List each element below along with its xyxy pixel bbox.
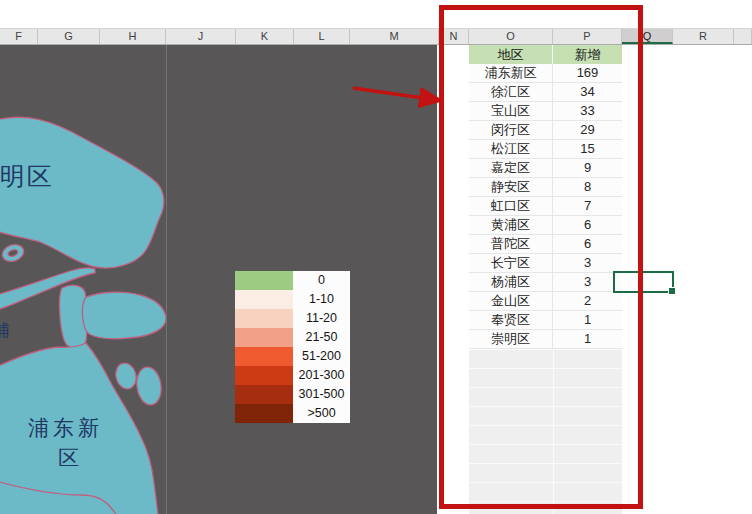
legend-row: 21-50 <box>235 328 350 347</box>
column-header-L[interactable]: L <box>294 29 350 44</box>
column-header-R[interactable]: R <box>673 29 734 44</box>
legend-swatch <box>235 366 293 385</box>
legend-row: 201-300 <box>235 366 350 385</box>
map-island-chongming <box>0 117 164 268</box>
map-legend[interactable]: 01-1011-2021-5051-200201-300301-500>500 <box>235 271 350 423</box>
legend-row: 11-20 <box>235 309 350 328</box>
legend-row: 0 <box>235 271 350 290</box>
column-header-H[interactable]: H <box>100 29 166 44</box>
legend-swatch <box>235 404 293 423</box>
map-slab-region <box>82 292 166 339</box>
legend-swatch <box>235 309 293 328</box>
column-header-blank[interactable] <box>734 29 752 44</box>
map-label-pu: 浦 <box>0 321 10 340</box>
column-header-F[interactable]: F <box>0 29 38 44</box>
arrow-annotation[interactable] <box>345 80 450 108</box>
legend-label: 301-500 <box>293 385 350 404</box>
map-picture[interactable]: 明区 浦 浦东新 区 <box>0 45 166 514</box>
map-shoal-1 <box>113 361 139 391</box>
fill-handle[interactable] <box>668 287 676 295</box>
legend-row: 301-500 <box>235 385 350 404</box>
legend-label: 21-50 <box>293 328 350 347</box>
column-header-K[interactable]: K <box>236 29 294 44</box>
legend-label: >500 <box>293 404 350 423</box>
map-shoal-2 <box>134 366 163 407</box>
legend-label: 0 <box>293 271 350 290</box>
legend-swatch <box>235 328 293 347</box>
legend-row: 1-10 <box>235 290 350 309</box>
legend-swatch <box>235 290 293 309</box>
legend-label: 201-300 <box>293 366 350 385</box>
legend-row: >500 <box>235 404 350 423</box>
column-header-G[interactable]: G <box>38 29 100 44</box>
column-header-M[interactable]: M <box>350 29 439 44</box>
legend-row: 51-200 <box>235 347 350 366</box>
legend-swatch <box>235 347 293 366</box>
legend-label: 11-20 <box>293 309 350 328</box>
spreadsheet: FGHJKLMNOPQR <box>0 0 752 514</box>
map-label-chongming: 明区 <box>0 163 54 190</box>
legend-swatch <box>235 385 293 404</box>
map-label-pudong-1: 浦东新 <box>28 416 103 440</box>
highlight-rectangle-annotation[interactable] <box>439 5 643 509</box>
map-label-pudong-2: 区 <box>58 446 79 470</box>
legend-label: 51-200 <box>293 347 350 366</box>
legend-label: 1-10 <box>293 290 350 309</box>
legend-swatch <box>235 271 293 290</box>
column-header-J[interactable]: J <box>166 29 236 44</box>
